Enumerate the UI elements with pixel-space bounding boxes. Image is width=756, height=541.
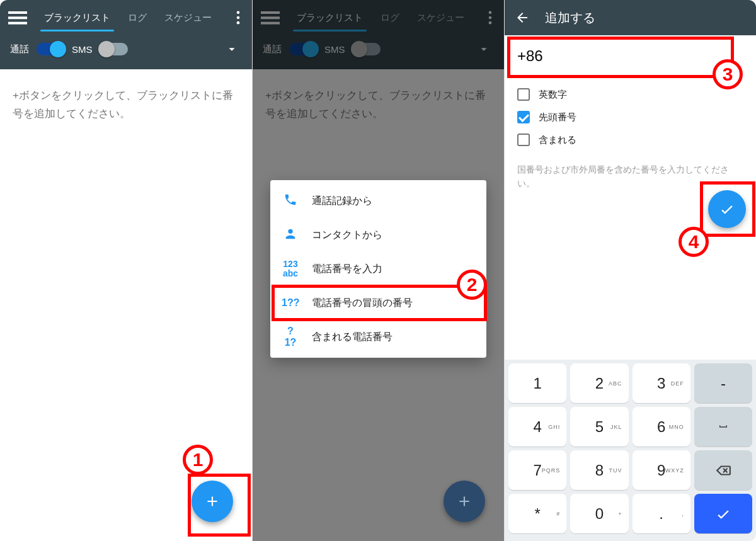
checkbox-contains[interactable] [517,134,530,146]
check-icon [715,506,731,522]
key-8[interactable]: 8TUV [570,450,628,490]
svg-point-3 [237,11,240,14]
phone-number-input[interactable] [517,47,743,65]
tab-blacklist[interactable]: ブラックリスト [35,0,119,35]
checkbox-row-contains[interactable]: 含まれる [517,128,743,151]
hamburger-icon [5,5,30,30]
popup-item-label: コンタクトから [312,229,382,242]
svg-rect-1 [8,16,27,19]
chevron-down-icon [225,42,239,56]
key-minus[interactable]: - [694,363,752,403]
space-icon [716,422,731,432]
key-enter[interactable] [694,494,752,533]
key-1[interactable]: 1 [508,363,566,403]
contains-pattern-icon: ?1? [282,326,299,348]
alphanumeric-icon: 123 abc [282,259,299,279]
overflow-menu-button[interactable] [229,5,247,30]
backspace-icon [715,462,731,479]
sms-toggle-label: SMS [72,44,93,55]
tab-label: スケジュー [164,12,212,24]
key-2[interactable]: 2ABC [570,363,628,403]
add-fab-button[interactable] [192,481,233,522]
plus-icon [456,493,472,510]
svg-point-12 [288,229,292,234]
key-0[interactable]: 0+ [570,494,628,533]
svg-point-4 [237,16,240,20]
popup-item-label: 含まれる電話番号 [312,331,392,344]
popup-item-label: 通話記録から [312,195,372,208]
empty-state-text: +ボタンをクリックして、ブラックリストに番号を追加してください。 [0,69,252,141]
phone-icon [282,193,299,208]
number-input-row [505,35,756,77]
back-button[interactable] [512,8,532,28]
screen-1-blacklist-empty: ブラックリスト ログ スケジュー 通話 SMS +ボタンをクリックして、ブラック… [0,0,252,541]
checkbox-row-alnum[interactable]: 英数字 [517,83,743,106]
key-3[interactable]: 3DEF [633,363,690,403]
svg-rect-0 [8,11,27,14]
expand-button[interactable] [222,39,242,59]
popup-item-from-call-log[interactable]: 通話記録から [270,184,486,218]
person-icon [282,227,299,242]
svg-point-5 [237,21,240,25]
add-options-popup: 通話記録から コンタクトから 123 abc 電話番号を入力 1?? 電話番号の… [270,180,486,358]
key-7[interactable]: 7PQRS [508,450,566,490]
annotation-number-1: 1 [183,445,213,475]
call-toggle-switch[interactable] [37,43,64,55]
check-icon [719,201,735,217]
tab-log[interactable]: ログ [119,0,156,35]
popup-item-label: 電話番号の冒頭の番号 [312,297,413,310]
popup-item-enter-number[interactable]: 123 abc 電話番号を入力 [270,252,486,286]
key-star[interactable]: *# [508,494,566,533]
hamburger-menu-button[interactable] [5,5,30,30]
screen-2-add-menu: ブラックリスト ログ スケジュー 通話 SMS +ボタンをクリックして、ブラック… [252,0,504,541]
checkbox-alnum[interactable] [517,88,530,101]
key-backspace[interactable] [694,450,752,490]
checkbox-row-prefix[interactable]: 先頭番号 [517,106,743,128]
key-5[interactable]: 5JKL [570,407,628,447]
key-4[interactable]: 4GHI [508,407,566,447]
popup-item-prefix-number[interactable]: 1?? 電話番号の冒頭の番号 [270,286,486,320]
key-dot[interactable]: ., [633,494,690,533]
numeric-keypad: 1 2ABC 3DEF - 4GHI 5JKL 6MNO 7PQRS 8TUV … [505,360,756,541]
plus-icon [204,493,220,510]
screen-3-add-number: 追加する 英数字 先頭番号 含まれる 国番号および市外局番を含めた番号を入力して… [504,0,756,541]
checkbox-label: 先頭番号 [539,111,576,123]
tab-bar: ブラックリスト ログ スケジュー [35,0,229,35]
add-fab-button[interactable] [444,481,485,522]
tab-label: ブラックリスト [44,12,110,24]
confirm-fab-button[interactable] [708,190,746,228]
tab-label: ログ [128,12,147,24]
checkbox-group: 英数字 先頭番号 含まれる [505,77,756,151]
popup-item-contains-number[interactable]: ?1? 含まれる電話番号 [270,320,486,354]
svg-rect-2 [8,22,27,25]
annotation-number-4: 4 [679,227,709,257]
popup-item-label: 電話番号を入力 [312,263,382,276]
checkbox-prefix[interactable] [517,111,530,123]
popup-item-from-contacts[interactable]: コンタクトから [270,218,486,252]
key-space[interactable] [694,407,752,447]
prefix-pattern-icon: 1?? [282,297,299,309]
more-vert-icon [229,9,247,26]
tab-schedule[interactable]: スケジュー [156,0,220,35]
page-title: 追加する [545,9,595,26]
key-9[interactable]: 9WXYZ [633,450,690,490]
app-bar: 追加する [505,0,756,35]
key-6[interactable]: 6MNO [633,407,690,447]
sms-toggle-switch[interactable] [100,43,128,55]
app-bar: ブラックリスト ログ スケジュー 通話 SMS [0,0,252,69]
arrow-back-icon [515,10,530,25]
checkbox-label: 含まれる [539,134,576,146]
call-toggle-label: 通話 [10,43,29,55]
checkbox-label: 英数字 [539,89,567,101]
